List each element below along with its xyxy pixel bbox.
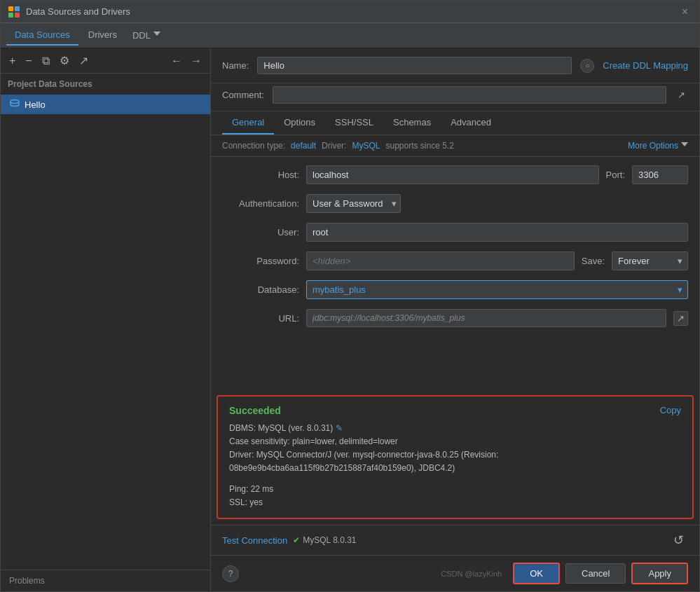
apply-button[interactable]: Apply <box>631 563 688 584</box>
comment-label: Comment: <box>222 90 264 100</box>
help-button[interactable]: ? <box>222 565 239 582</box>
sidebar-item-hello-label: Hello <box>25 99 46 110</box>
password-input[interactable] <box>306 252 575 270</box>
save-label: Save: <box>582 256 605 266</box>
ssl-line: SSL: yes <box>229 496 681 509</box>
auth-select[interactable]: User & Password <box>306 194 401 213</box>
ping-line: Ping: 22 ms <box>229 483 681 496</box>
conn-driver-value[interactable]: MySQL <box>352 141 380 151</box>
tab-data-sources[interactable]: Data Sources <box>6 25 78 46</box>
conn-type-label: Connection type: <box>222 141 285 151</box>
database-label: Database: <box>222 284 299 295</box>
tab-ddl[interactable]: DDL <box>127 26 166 45</box>
watermark-text: CSDN @lazyKinh <box>441 570 507 578</box>
database-row: Database: mybatis_plus <box>222 280 688 299</box>
action-bar: ? CSDN @lazyKinh OK Cancel Apply <box>211 555 699 591</box>
bottom-bar: Test Connection ✔ MySQL 8.0.31 ↺ <box>211 525 699 555</box>
reset-button[interactable]: ↺ <box>669 531 688 549</box>
port-input[interactable] <box>632 165 688 184</box>
driver-line: Driver: MySQL Connector/J (ver. mysql-co… <box>229 448 681 462</box>
case-line: Case sensitivity: plain=lower, delimited… <box>229 435 681 448</box>
right-panel: Name: ○ Create DDL Mapping Comment: ↗ Ge… <box>211 48 699 591</box>
tab-options[interactable]: Options <box>274 111 325 135</box>
sidebar: + − ⧉ ⚙ ↗ ← → Project Data Sources <box>1 48 211 591</box>
copy-button[interactable]: Copy <box>660 405 681 415</box>
create-ddl-mapping-link[interactable]: Create DDL Mapping <box>603 60 688 71</box>
tab-drivers[interactable]: Drivers <box>80 25 125 46</box>
back-button[interactable]: ← <box>168 53 185 69</box>
ok-button[interactable]: OK <box>513 563 560 584</box>
main-window: Data Sources and Drivers × Data Sources … <box>0 0 700 592</box>
ds-comment-row: Comment: ↗ <box>211 83 699 111</box>
sidebar-item-hello[interactable]: Hello <box>1 95 210 114</box>
auth-label: Authentication: <box>222 198 299 209</box>
main-content: + − ⧉ ⚙ ↗ ← → Project Data Sources <box>1 48 699 591</box>
port-label: Port: <box>606 170 625 180</box>
settings-button[interactable]: ⚙ <box>57 53 72 69</box>
test-connection-link[interactable]: Test Connection <box>222 535 287 546</box>
tab-ssh-ssl[interactable]: SSH/SSL <box>325 111 383 135</box>
host-label: Host: <box>222 170 299 180</box>
comment-expand-icon[interactable]: ↗ <box>675 88 688 102</box>
inner-tab-bar: General Options SSH/SSL Schemas Advanced <box>211 111 699 135</box>
success-popup: Succeeded Copy DBMS: MySQL (ver. 8.0.31)… <box>217 395 694 519</box>
test-status: ✔ MySQL 8.0.31 <box>293 535 356 545</box>
name-label: Name: <box>222 60 249 71</box>
app-icon <box>8 6 20 18</box>
user-row: User: <box>222 223 688 242</box>
db-select-wrap: mybatis_plus <box>306 280 688 299</box>
svg-rect-3 <box>15 13 20 18</box>
close-button[interactable]: × <box>678 4 692 20</box>
add-button[interactable]: + <box>6 53 18 69</box>
title-bar-text: Data Sources and Drivers <box>26 6 678 17</box>
name-circle-button[interactable]: ○ <box>580 59 594 73</box>
tab-advanced[interactable]: Advanced <box>441 111 501 135</box>
svg-rect-2 <box>8 13 13 18</box>
connection-info-bar: Connection type: default Driver: MySQL s… <box>211 135 699 157</box>
auth-row: Authentication: User & Password <box>222 194 688 213</box>
conn-type-value[interactable]: default <box>291 141 316 151</box>
save-select[interactable]: Forever Until restart Never <box>612 252 688 270</box>
more-options-button[interactable]: More Options <box>628 141 688 151</box>
password-label: Password: <box>222 256 299 266</box>
tab-schemas[interactable]: Schemas <box>383 111 441 135</box>
tab-general[interactable]: General <box>222 111 274 135</box>
conn-driver-label: Driver: <box>322 141 346 151</box>
save-select-wrap: Forever Until restart Never <box>612 252 688 270</box>
svg-point-4 <box>11 100 19 104</box>
auth-select-wrap: User & Password <box>306 194 401 213</box>
url-row: URL: ↗ <box>222 309 688 327</box>
comment-input[interactable] <box>273 86 666 104</box>
remove-button[interactable]: − <box>22 53 34 69</box>
form-body: Host: Port: Authentication: User & Passw… <box>211 157 699 395</box>
success-title: Succeeded <box>229 405 681 416</box>
name-input[interactable] <box>257 57 572 74</box>
user-label: User: <box>222 227 299 238</box>
sidebar-section-title: Project Data Sources <box>1 74 210 95</box>
url-expand-button[interactable]: ↗ <box>673 311 688 326</box>
copy-button[interactable]: ⧉ <box>39 53 53 69</box>
mysql-version-text: MySQL 8.0.31 <box>303 535 356 545</box>
title-bar: Data Sources and Drivers × <box>1 1 699 23</box>
url-input[interactable] <box>306 309 666 327</box>
sidebar-problems: Problems <box>1 570 210 591</box>
nav-buttons: ← → <box>168 53 205 69</box>
sidebar-toolbar: + − ⧉ ⚙ ↗ ← → <box>1 48 210 74</box>
conn-driver-suffix: supports since 5.2 <box>385 141 453 151</box>
edit-icon[interactable]: ✎ <box>336 423 343 433</box>
check-icon: ✔ <box>293 535 300 545</box>
forward-button[interactable]: → <box>188 53 205 69</box>
top-tab-bar: Data Sources Drivers DDL <box>1 23 699 48</box>
driver-line2: 08be9e9b4cba6aa115f9b27b215887af40b159e0… <box>229 462 681 475</box>
ddl-chevron-icon <box>153 32 160 39</box>
cancel-button[interactable]: Cancel <box>565 563 626 584</box>
jump-button[interactable]: ↗ <box>76 53 91 69</box>
host-input[interactable] <box>306 165 599 184</box>
db-select[interactable]: mybatis_plus <box>306 280 688 299</box>
dbms-line: DBMS: MySQL (ver. 8.0.31) ✎ <box>229 422 681 435</box>
user-input[interactable] <box>306 223 688 242</box>
host-row: Host: Port: <box>222 165 688 184</box>
password-row: Password: Save: Forever Until restart Ne… <box>222 252 688 270</box>
more-options-chevron-icon <box>681 142 688 150</box>
svg-rect-1 <box>15 6 20 11</box>
